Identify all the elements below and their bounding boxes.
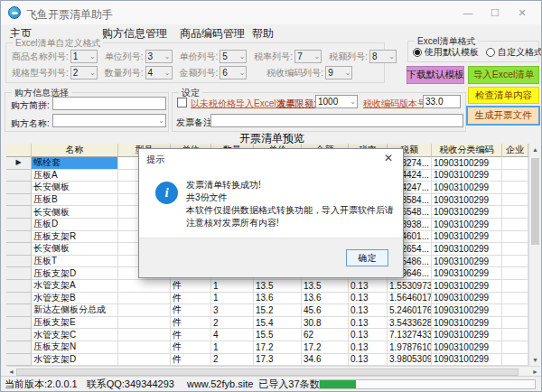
cell-model[interactable] bbox=[118, 293, 171, 305]
cell-rate[interactable]: 0.13 bbox=[349, 354, 388, 367]
generate-invoice-file-button[interactable]: 生成开票文件 bbox=[466, 106, 540, 126]
cell-ent[interactable] bbox=[502, 304, 528, 317]
dialog-ok-button[interactable]: 确定 bbox=[346, 249, 388, 266]
cell-name[interactable]: 压板支架D bbox=[32, 267, 118, 280]
cell-code[interactable]: 10903100299 bbox=[432, 341, 502, 354]
row-header-cell[interactable] bbox=[6, 329, 32, 341]
cell-rate[interactable]: 0.13 bbox=[349, 341, 388, 354]
row-header-cell[interactable] bbox=[6, 256, 32, 268]
cell-qty[interactable]: 3 bbox=[211, 304, 254, 317]
cell-ent[interactable] bbox=[502, 341, 528, 354]
cell-name[interactable]: 新达左侧板分总成 bbox=[32, 304, 118, 317]
cell-tax[interactable]: 1.9787610... bbox=[388, 341, 432, 354]
scroll-left-icon[interactable]: ◄ bbox=[8, 369, 14, 375]
cell-name[interactable]: 长安侧板 bbox=[32, 206, 118, 219]
minimize-icon[interactable]: — bbox=[454, 3, 481, 23]
cell-name[interactable]: 压板B bbox=[32, 194, 118, 207]
cell-ent[interactable] bbox=[502, 194, 528, 207]
cell-tax[interactable]: 3.5433628... bbox=[388, 317, 432, 330]
cell-qty[interactable]: 2 bbox=[211, 354, 254, 367]
cell-tax[interactable]: 3.9805309... bbox=[388, 354, 432, 367]
cell-name[interactable]: 压板T bbox=[32, 256, 118, 268]
invoice-remark-input[interactable] bbox=[210, 114, 463, 127]
menu-item-buyer-info[interactable]: 购方信息管理 bbox=[100, 26, 169, 42]
column-number-select[interactable]: 1⌄ bbox=[70, 50, 98, 63]
cell-code[interactable]: 10903100299 bbox=[432, 206, 502, 219]
row-header-cell[interactable] bbox=[6, 194, 32, 207]
cell-amount[interactable]: 13.5 bbox=[302, 280, 349, 293]
close-icon[interactable]: ✕ bbox=[509, 3, 536, 23]
scroll-up-icon[interactable]: ▲ bbox=[532, 146, 538, 153]
cell-ent[interactable] bbox=[502, 317, 528, 330]
cell-name[interactable]: 水管支架A bbox=[32, 280, 118, 293]
cell-tax[interactable]: 7.1327433... bbox=[388, 329, 432, 341]
row-header-cell[interactable] bbox=[6, 206, 32, 219]
cell-model[interactable] bbox=[118, 341, 171, 354]
table-corner-cell[interactable] bbox=[6, 144, 32, 157]
cell-name[interactable]: 压板支架N bbox=[32, 341, 118, 354]
buyer-pinyin-input[interactable] bbox=[52, 97, 166, 110]
tax-code-version-input[interactable] bbox=[423, 95, 461, 108]
cell-tax[interactable]: 1.5530973... bbox=[388, 280, 432, 293]
row-header-cell[interactable] bbox=[6, 317, 32, 330]
row-header-cell[interactable] bbox=[6, 341, 32, 354]
cell-name[interactable]: 水管支架C bbox=[32, 329, 118, 341]
cell-qty[interactable]: 4 bbox=[211, 329, 254, 341]
vertical-scrollbar-thumb[interactable] bbox=[531, 158, 539, 245]
cell-price[interactable]: 17.2 bbox=[254, 341, 302, 354]
cell-name[interactable]: 长安侧板 bbox=[32, 243, 118, 256]
cell-ent[interactable] bbox=[502, 170, 528, 182]
cell-ent[interactable] bbox=[502, 267, 528, 280]
cell-ent[interactable] bbox=[502, 231, 528, 244]
cell-amount[interactable]: 45.6 bbox=[302, 304, 349, 317]
column-number-select[interactable]: 3⌄ bbox=[145, 50, 173, 63]
cell-rate[interactable]: 0.13 bbox=[349, 304, 388, 317]
column-number-select[interactable]: 8⌄ bbox=[369, 50, 397, 63]
cell-code[interactable]: 10903100299 bbox=[432, 329, 502, 341]
column-number-select[interactable]: 4⌄ bbox=[145, 66, 173, 79]
cell-code[interactable]: 10903100299 bbox=[432, 182, 502, 194]
row-header-cell[interactable] bbox=[6, 354, 32, 367]
dialog-close-icon[interactable]: ✕ bbox=[381, 152, 396, 164]
menu-item-product-code[interactable]: 商品编码管理 bbox=[178, 26, 247, 42]
cell-price[interactable]: 15.2 bbox=[254, 304, 302, 317]
radio-option[interactable]: 自定义格式 bbox=[486, 46, 542, 59]
cell-qty[interactable]: 2 bbox=[211, 317, 254, 330]
row-header-cell[interactable] bbox=[6, 219, 32, 231]
cell-unit[interactable]: 件 bbox=[171, 317, 211, 330]
invoice-limit-select[interactable]: 1000 ⌄ bbox=[315, 95, 358, 108]
row-header-cell[interactable] bbox=[6, 170, 32, 182]
cell-qty[interactable]: 1 bbox=[211, 293, 254, 305]
untaxed-price-checkbox[interactable] bbox=[177, 98, 187, 107]
cell-ent[interactable] bbox=[502, 293, 528, 305]
cell-unit[interactable]: 件 bbox=[171, 280, 211, 293]
row-header-cell[interactable] bbox=[6, 293, 32, 305]
vertical-scrollbar[interactable]: ▲ ▼ bbox=[528, 144, 540, 366]
horizontal-scrollbar-thumb[interactable] bbox=[16, 369, 519, 376]
menu-item-help[interactable]: 帮助 bbox=[250, 26, 276, 42]
buyer-name-select[interactable]: ⌄ bbox=[52, 114, 166, 127]
cell-amount[interactable]: 34.6 bbox=[302, 354, 349, 367]
row-header-cell[interactable] bbox=[6, 280, 32, 293]
row-header-cell[interactable]: ▶ bbox=[6, 157, 32, 170]
cell-rate[interactable]: 0.13 bbox=[349, 293, 388, 305]
cell-code[interactable]: 10903100299 bbox=[432, 194, 502, 207]
cell-model[interactable] bbox=[118, 317, 171, 330]
cell-model[interactable] bbox=[118, 329, 171, 341]
cell-ent[interactable] bbox=[502, 157, 528, 170]
cell-unit[interactable]: 件 bbox=[171, 304, 211, 317]
radio-option[interactable]: 使用默认模板 bbox=[413, 46, 479, 59]
scroll-right-icon[interactable]: ► bbox=[532, 369, 538, 375]
cell-amount[interactable]: 62 bbox=[302, 329, 349, 341]
cell-code[interactable]: 10903100299 bbox=[432, 280, 502, 293]
cell-price[interactable]: 13.5 bbox=[254, 280, 302, 293]
cell-unit[interactable]: 件 bbox=[171, 293, 211, 305]
cell-price[interactable]: 17.3 bbox=[254, 354, 302, 367]
column-number-select[interactable]: 7⌄ bbox=[294, 50, 322, 63]
row-header-cell[interactable] bbox=[6, 304, 32, 317]
cell-code[interactable]: 10903100299 bbox=[432, 170, 502, 182]
cell-ent[interactable] bbox=[502, 206, 528, 219]
cell-tax[interactable]: 1.5646017... bbox=[388, 293, 432, 305]
cell-qty[interactable]: 1 bbox=[211, 280, 254, 293]
cell-code[interactable]: 10903100299 bbox=[432, 304, 502, 317]
